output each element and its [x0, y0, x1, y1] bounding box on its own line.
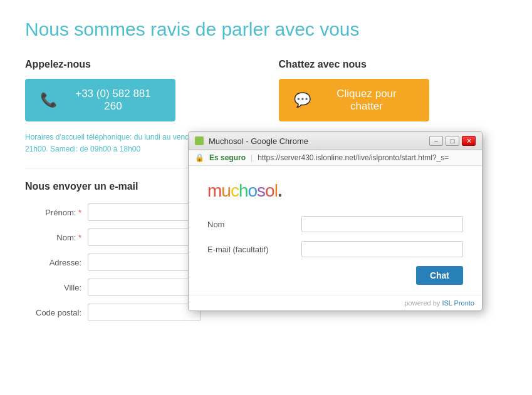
ville-input[interactable] — [88, 279, 201, 296]
popup-footer: Chat — [207, 266, 463, 285]
logo-dot: . — [278, 181, 282, 200]
codepostal-input[interactable] — [88, 304, 201, 321]
adresse-label: Adresse: — [25, 258, 88, 267]
popup-form: Nom E-mail (facultatif) Chat — [207, 216, 463, 285]
logo-h: h — [239, 181, 248, 200]
chat-section-label: Chattez avec nous — [279, 59, 508, 70]
logo-m: m — [207, 181, 221, 200]
logo-o2: o — [265, 181, 274, 200]
nom-required: * — [78, 233, 81, 242]
prenom-required: * — [78, 208, 81, 217]
logo: muchosol. — [207, 181, 282, 200]
call-section-label: Appelez-nous — [25, 59, 254, 70]
logo-s: s — [257, 181, 265, 200]
nom-label: Nom: * — [25, 233, 88, 242]
popup-favicon — [195, 136, 204, 145]
chat-button-label: Cliquez pour chatter — [320, 88, 414, 113]
codepostal-label: Code postal: — [25, 308, 88, 317]
popup-nom-label: Nom — [207, 220, 301, 229]
page-container: Nous sommes ravis de parler avec vous Ap… — [0, 0, 532, 395]
minimize-button[interactable]: − — [429, 136, 443, 146]
logo-area: muchosol. — [207, 181, 463, 201]
popup-nom-input[interactable] — [301, 216, 463, 232]
popup-controls: − □ ✕ — [429, 136, 476, 146]
popup-powered: powered by ISL Pronto — [189, 295, 482, 310]
page-title: Nous sommes ravis de parler avec vous — [25, 19, 507, 40]
adresse-input[interactable] — [88, 254, 201, 271]
chat-popup: Muchosol - Google Chrome − □ ✕ 🔒 Es segu… — [188, 131, 482, 311]
popup-email-input[interactable] — [301, 241, 463, 257]
popup-email-row: E-mail (facultatif) — [207, 241, 463, 257]
secure-label: Es seguro — [209, 153, 246, 162]
prenom-label: Prénom: * — [25, 208, 88, 217]
logo-c: c — [231, 181, 239, 200]
addr-url: https://server430.islonline.net/live/isl… — [258, 153, 449, 162]
chat-icon: 💬 — [294, 92, 311, 108]
popup-chat-button[interactable]: Chat — [416, 266, 463, 285]
popup-addressbar: 🔒 Es seguro | https://server430.islonlin… — [189, 150, 482, 166]
nom-input[interactable] — [88, 228, 201, 246]
popup-body: muchosol. Nom E-mail (facultatif) Chat — [189, 166, 482, 295]
phone-icon: 📞 — [40, 92, 57, 108]
logo-u: u — [221, 181, 231, 200]
popup-titlebar-left: Muchosol - Google Chrome — [195, 136, 308, 146]
popup-titlebar: Muchosol - Google Chrome − □ ✕ — [189, 132, 482, 150]
popup-nom-row: Nom — [207, 216, 463, 232]
maximize-button[interactable]: □ — [446, 136, 459, 146]
popup-title-text: Muchosol - Google Chrome — [209, 136, 308, 146]
prenom-input[interactable] — [88, 203, 201, 221]
chat-button[interactable]: 💬 Cliquez pour chatter — [279, 79, 429, 121]
call-button[interactable]: 📞 +33 (0) 582 881 260 — [25, 79, 175, 121]
call-button-label: +33 (0) 582 881 260 — [66, 88, 160, 113]
logo-o: o — [248, 181, 257, 200]
isl-pronto-link[interactable]: ISL Pronto — [442, 299, 474, 307]
popup-email-label: E-mail (facultatif) — [207, 245, 301, 254]
ville-label: Ville: — [25, 283, 88, 292]
lock-icon: 🔒 — [195, 153, 204, 162]
addr-divider: | — [251, 153, 253, 162]
close-button[interactable]: ✕ — [462, 136, 476, 146]
